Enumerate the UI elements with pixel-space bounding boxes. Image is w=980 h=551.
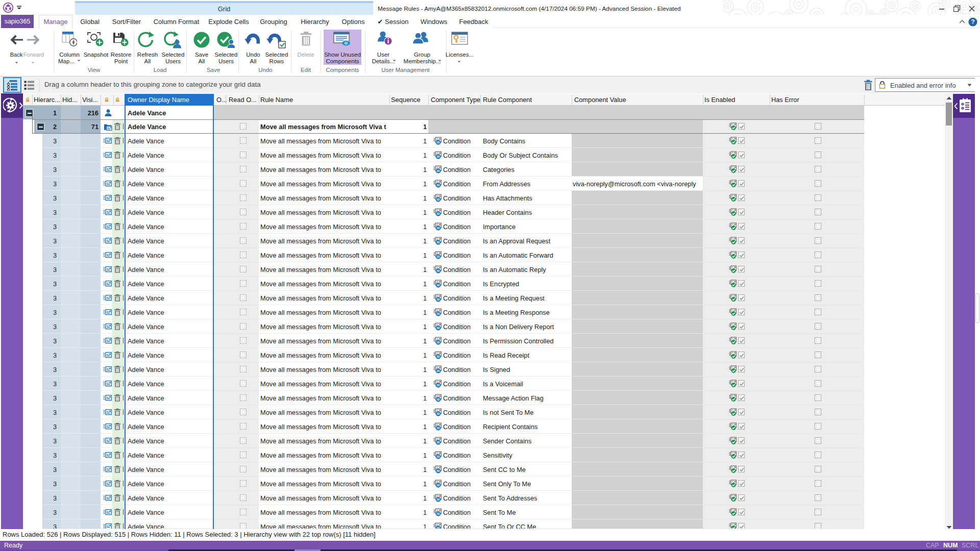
svg-text:?: ? xyxy=(971,18,975,26)
